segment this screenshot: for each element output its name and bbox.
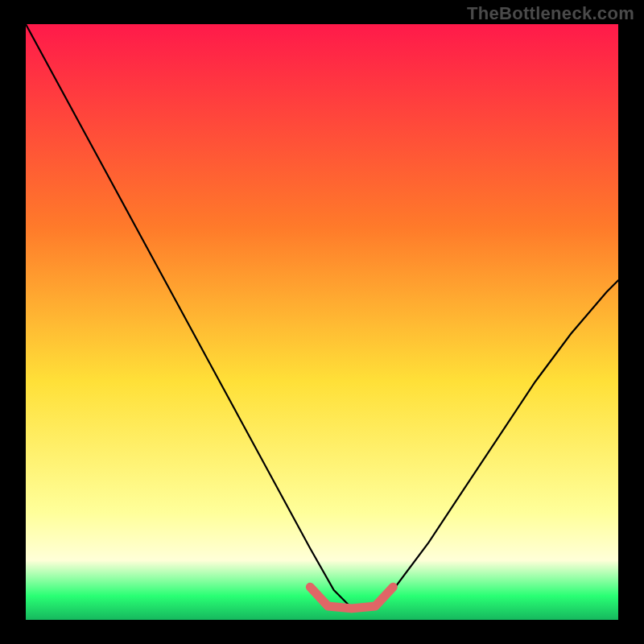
- gradient-background: [26, 24, 618, 620]
- watermark-text: TheBottleneck.com: [467, 3, 634, 24]
- bottleneck-chart: [0, 0, 644, 644]
- chart-stage: TheBottleneck.com: [0, 0, 644, 644]
